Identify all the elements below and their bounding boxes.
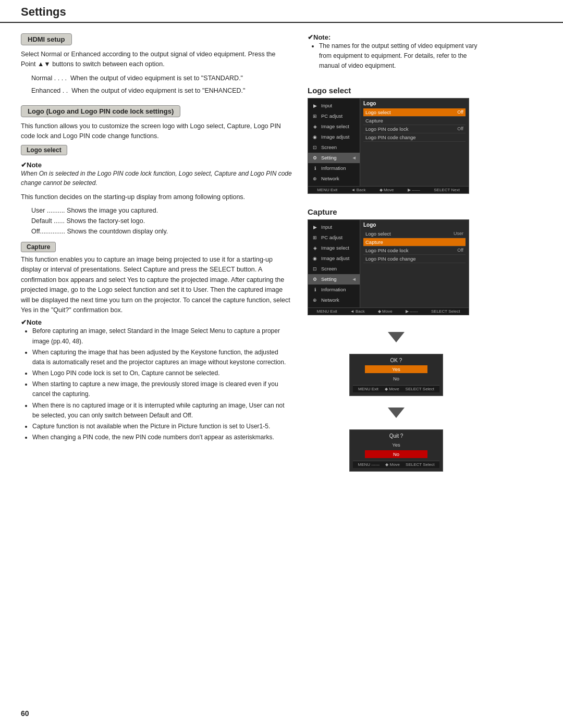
arrow-down-icon-1 bbox=[388, 332, 405, 342]
dialog-quit-footer-move: ◆ Move bbox=[385, 462, 400, 467]
page-title: Settings bbox=[21, 5, 66, 18]
cap-input-icon: ▶ bbox=[311, 224, 319, 231]
dialog-ok-no[interactable]: No bbox=[365, 375, 427, 382]
capture-note-item-7: When changing a PIN code, the new PIN co… bbox=[32, 433, 292, 442]
capture-ui-title: Capture bbox=[308, 207, 485, 216]
capture-menu-item-1: Logo select User bbox=[363, 230, 466, 238]
dialog-quit-no[interactable]: No bbox=[365, 450, 427, 458]
cap-menu-item-value-1: User bbox=[454, 231, 463, 236]
left-column: HDMI setup Select Normal or Enhanced acc… bbox=[21, 33, 292, 472]
main-content: HDMI setup Select Normal or Enhanced acc… bbox=[0, 23, 563, 482]
footer-next: SELECT Next bbox=[434, 188, 460, 192]
cap-sidebar-pcadjust-label: PC adjust bbox=[321, 235, 342, 240]
page-number: 60 bbox=[21, 709, 29, 718]
logo-select-footer: MENU Exit ◄ Back ◆ Move ▶ ------ SELECT … bbox=[308, 186, 469, 193]
hdmi-section: HDMI setup Select Normal or Enhanced acc… bbox=[21, 33, 292, 96]
capture-menu-item-3: Logo PIN code lock Off bbox=[363, 246, 466, 255]
cap-menu-item-label-4: Logo PIN code change bbox=[365, 256, 416, 262]
sidebar-setting-label: Setting bbox=[321, 155, 337, 161]
logo-option-default: Default ...... Shows the factory-set log… bbox=[31, 216, 292, 226]
logo-select-panel: Logo Logo select Off Capture Logo PIN co… bbox=[360, 98, 469, 186]
logo-select-options: User .......... Shows the image you capt… bbox=[21, 205, 292, 237]
hdmi-enhanced-label: Enhanced . . bbox=[31, 87, 71, 94]
logo-select-block: Logo select ✔Note When On is selected in… bbox=[21, 145, 292, 237]
hdmi-option-normal: Normal . . . . When the output of video … bbox=[31, 73, 292, 83]
cap-sidebar-item-imageadjust: ◉ Image adjust bbox=[308, 253, 360, 264]
imageselect-icon: ◈ bbox=[311, 123, 319, 130]
sidebar-item-network: ⊕ Network bbox=[308, 174, 360, 184]
cap-menu-item-label-1: Logo select bbox=[365, 231, 391, 237]
cap-sidebar-screen-label: Screen bbox=[321, 266, 337, 272]
dialog-ok-footer-move: ◆ Move bbox=[385, 387, 399, 391]
logo-body: This function allows you to customize th… bbox=[21, 121, 292, 142]
note-top-label: ✔Note: bbox=[308, 33, 331, 41]
sidebar-item-input: ▶ Input bbox=[308, 101, 360, 111]
menu-item-label-3: Logo PIN code lock bbox=[365, 126, 408, 132]
dialog-quit-box: Quit ? Yes No MENU ------ ◆ Move SELECT … bbox=[349, 429, 443, 472]
capture-body: This function enables you to capture an … bbox=[21, 255, 292, 315]
capture-note-item-1: Before capturing an image, select Standa… bbox=[32, 326, 292, 346]
cap-footer-skip: ▶ ------ bbox=[406, 309, 418, 314]
sidebar-pcadjust-label: PC adjust bbox=[321, 113, 342, 119]
cap-sidebar-item-imageselect: ◈ Image select bbox=[308, 243, 360, 253]
cap-footer-back: ◄ Back bbox=[350, 309, 365, 314]
cap-setting-icon: ⚙ bbox=[311, 276, 319, 283]
capture-note-item-6: Capture function is not available when t… bbox=[32, 422, 292, 431]
footer-menu: MENU Exit bbox=[317, 188, 337, 192]
dialog-quit-footer: MENU ------ ◆ Move SELECT Select bbox=[353, 461, 439, 468]
sidebar-screen-label: Screen bbox=[321, 144, 337, 150]
capture-sidebar: ▶ Input ⊞ PC adjust ◈ Image select ◉ bbox=[308, 220, 360, 307]
capture-note-item-5: When there is no captured image or it is… bbox=[32, 401, 292, 421]
hdmi-normal-desc: When the output of video equipment is se… bbox=[70, 75, 243, 82]
arrow-down-icon-2 bbox=[388, 408, 405, 418]
logo-select-menu-item-4: Logo PIN code change bbox=[363, 133, 466, 142]
sidebar-information-label: Information bbox=[321, 165, 346, 171]
cap-information-icon: ℹ bbox=[311, 286, 319, 293]
logo-select-ui-section: Logo select ▶ Input ⊞ PC adjust ◈ bbox=[308, 86, 485, 194]
page-header: Settings bbox=[0, 0, 563, 23]
sidebar-item-screen: ⊡ Screen bbox=[308, 142, 360, 153]
sidebar-item-imageadjust: ◉ Image adjust bbox=[308, 132, 360, 142]
cap-sidebar-setting-label: Setting bbox=[321, 276, 337, 282]
dialog-ok-yes[interactable]: Yes bbox=[365, 365, 427, 373]
logo-select-body2: This function decides on the starting-up… bbox=[21, 192, 292, 202]
setting-arrow: ◄ bbox=[352, 155, 357, 161]
logo-option-off: Off.............. Shows the countdown di… bbox=[31, 226, 292, 237]
hdmi-enhanced-desc: When the output of video equipment is se… bbox=[71, 87, 245, 94]
capture-note-item-3: When Logo PIN code lock is set to On, Ca… bbox=[32, 368, 292, 378]
menu-item-value-1: Off bbox=[457, 109, 463, 115]
information-icon: ℹ bbox=[311, 165, 319, 172]
logo-select-header: Logo select bbox=[21, 145, 67, 155]
logo-select-screen: ▶ Input ⊞ PC adjust ◈ Image select ◉ bbox=[308, 98, 469, 194]
cap-imageadjust-icon: ◉ bbox=[311, 255, 319, 262]
capture-block: Capture This function enables you to cap… bbox=[21, 242, 292, 442]
cap-sidebar-imageselect-label: Image select bbox=[321, 245, 349, 251]
hdmi-header: HDMI setup bbox=[21, 33, 72, 45]
dialog-quit-container: Quit ? Yes No MENU ------ ◆ Move SELECT … bbox=[308, 429, 485, 472]
cap-menu-item-label-3: Logo PIN code lock bbox=[365, 248, 408, 253]
sidebar-imageselect-label: Image select bbox=[321, 124, 349, 129]
cap-footer-menu: MENU Exit bbox=[317, 309, 337, 314]
capture-menu-item-4: Logo PIN code change bbox=[363, 255, 466, 263]
cap-sidebar-item-setting: ⚙ Setting ◄ bbox=[308, 274, 360, 285]
dialog-ok-footer: MENU Exit ◆ Move SELECT Select bbox=[353, 385, 439, 392]
note-top-item: The names for the output setting of vide… bbox=[319, 41, 485, 71]
capture-note-item-2: When capturing the image that has been a… bbox=[32, 348, 292, 367]
network-icon: ⊕ bbox=[311, 175, 319, 182]
sidebar-item-pcadjust: ⊞ PC adjust bbox=[308, 111, 360, 121]
cap-screen-icon: ⊡ bbox=[311, 265, 319, 273]
capture-ui-section: Capture ▶ Input ⊞ PC adjust ◈ bbox=[308, 207, 485, 315]
cap-sidebar-item-network: ⊕ Network bbox=[308, 295, 360, 305]
footer-skip: ▶ ------ bbox=[408, 188, 420, 192]
input-icon: ▶ bbox=[311, 102, 319, 109]
cap-menu-item-value-3: Off bbox=[457, 248, 463, 253]
sidebar-item-setting: ⚙ Setting ◄ bbox=[308, 153, 360, 163]
logo-select-screen-inner: ▶ Input ⊞ PC adjust ◈ Image select ◉ bbox=[308, 98, 469, 186]
sidebar-item-imageselect: ◈ Image select bbox=[308, 121, 360, 132]
logo-select-panel-title: Logo bbox=[363, 101, 466, 106]
capture-panel: Logo Logo select User Capture Logo PIN c… bbox=[360, 220, 469, 307]
sidebar-item-information: ℹ Information bbox=[308, 163, 360, 174]
logo-select-menu-item-2: Capture bbox=[363, 117, 466, 125]
dialog-quit-yes[interactable]: Yes bbox=[365, 441, 427, 449]
dialog-quit-title: Quit ? bbox=[353, 433, 439, 439]
